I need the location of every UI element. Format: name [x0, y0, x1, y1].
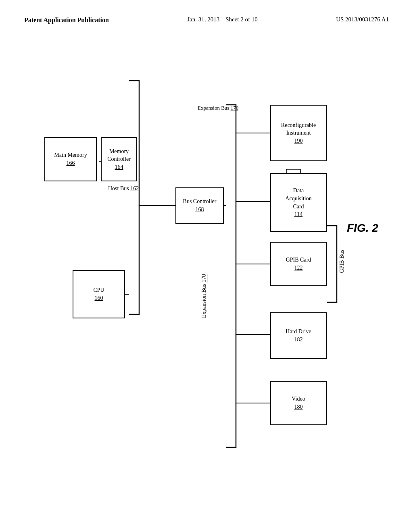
header-patent: US 2013/0031276 A1 — [336, 16, 389, 23]
header-meta: Jan. 31, 2013 Sheet 2 of 10 — [187, 16, 258, 23]
video-label: Video 180 — [292, 395, 305, 411]
gpib-bus-label: GPIB Bus — [339, 250, 345, 273]
data-acquisition-box: Data Acquisition Card 114 — [270, 173, 327, 232]
main-memory-box: Main Memory 166 — [44, 137, 97, 181]
reconfigurable-box: Reconfigurable Instrument 190 — [270, 105, 327, 161]
host-bus-label: Host Bus Host Bus 162162 — [108, 185, 139, 192]
gpib-card-label: GPIB Card 122 — [286, 256, 311, 272]
data-acquisition-label: Data Acquisition Card 114 — [285, 187, 311, 218]
gpib-card-box: GPIB Card 122 — [270, 242, 327, 286]
header-date: Jan. 31, 2013 — [187, 16, 219, 23]
bus-controller-box: Bus Controller 168 — [175, 187, 224, 224]
main-memory-label: Main Memory 166 — [54, 151, 87, 167]
diagram-area: Main Memory 166 Memory Controller 164 CP… — [20, 52, 391, 512]
hard-drive-label: Hard Drive 182 — [286, 328, 311, 343]
cpu-box: CPU 160 — [73, 270, 125, 318]
reconfigurable-label: Reconfigurable Instrument 190 — [281, 121, 316, 145]
publication-title: Patent Application Publication — [24, 16, 109, 25]
cpu-label: CPU 160 — [93, 286, 104, 302]
memory-controller-box: Memory Controller 164 — [101, 137, 137, 181]
expansion-bus-label-h: Expansion Bus 170 — [198, 105, 238, 111]
bus-controller-label: Bus Controller 168 — [183, 197, 217, 213]
page-header: Patent Application Publication Jan. 31, … — [0, 0, 413, 25]
expansion-bus-label: Expansion Bus 170 — [201, 274, 207, 318]
fig-label: FIG. 2 — [347, 222, 378, 235]
video-box: Video 180 — [270, 381, 327, 425]
hard-drive-box: Hard Drive 182 — [270, 312, 327, 359]
header-sheet: Sheet 2 of 10 — [225, 16, 258, 23]
memory-controller-label: Memory Controller 164 — [107, 148, 131, 171]
